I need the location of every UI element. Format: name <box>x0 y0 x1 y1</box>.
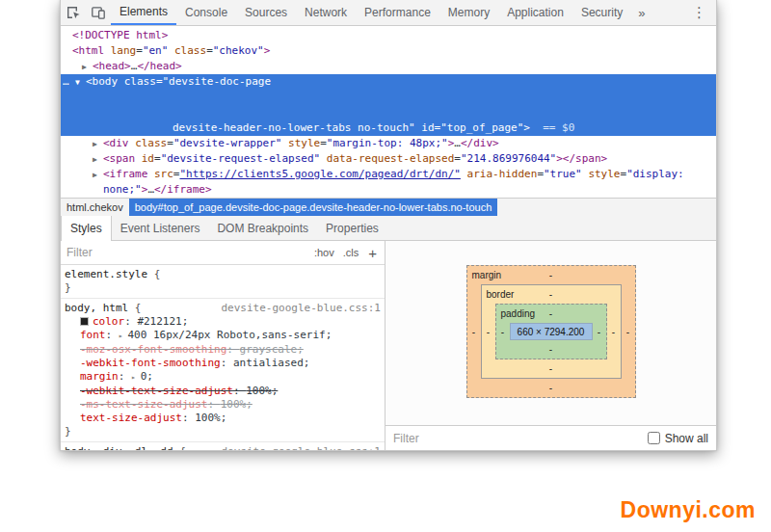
token-plain: … <box>147 183 154 196</box>
css-property[interactable]: -webkit-text-size-adjust: 100%; <box>65 385 381 398</box>
styles-filter-input[interactable] <box>66 246 306 259</box>
dom-tree-line[interactable]: <!DOCTYPE html> <box>61 28 716 43</box>
devtools-menu-icon[interactable]: ⋮ <box>682 0 716 25</box>
more-tabs-chevron[interactable]: » <box>631 0 651 25</box>
rule-selector-line[interactable]: body, html {devsite-google-blue.css:1 <box>65 302 381 315</box>
tab-sources[interactable]: Sources <box>236 0 296 25</box>
token-tag: <head> <box>93 60 131 72</box>
rule-selector-line[interactable]: element.style { <box>65 268 381 281</box>
padding-left-value[interactable]: - <box>496 323 510 340</box>
dom-tree-line[interactable]: ▶<iframe src="https://clients5.google.co… <box>61 167 716 182</box>
css-property[interactable]: color: #212121; <box>65 315 381 329</box>
tab-performance[interactable]: Performance <box>356 0 439 25</box>
tab-security[interactable]: Security <box>572 0 631 25</box>
css-property[interactable]: font: ▸ 400 16px/24px Roboto,sans-serif; <box>65 329 381 343</box>
token-plain <box>147 168 154 180</box>
attribute-link[interactable]: "https://clients5.google.com/pagead/drt/… <box>179 168 460 180</box>
styles-filter-bar: :hov .cls + <box>61 241 385 265</box>
panel-tabs: ElementsConsoleSourcesNetworkPerformance… <box>111 0 631 25</box>
semicolon: ; <box>326 329 332 341</box>
margin-right-value[interactable]: - <box>622 284 635 379</box>
breadcrumb-item[interactable]: body#top_of_page.devsite-doc-page.devsit… <box>129 199 498 216</box>
css-property[interactable]: -webkit-font-smoothing: antialiased; <box>65 357 381 370</box>
box-model-border[interactable]: border - - - - padding - - - - <box>481 284 622 379</box>
sidebar-tabs: StylesEvent ListenersDOM BreakpointsProp… <box>61 216 716 241</box>
stylesheet-link[interactable]: devsite-google-blue.css:1 <box>213 445 381 450</box>
expand-arrow-icon[interactable]: ▶ <box>93 137 103 152</box>
semicolon: ; <box>221 412 227 424</box>
property-name: -webkit-font-smoothing <box>80 357 221 369</box>
toggle-element-state-button[interactable]: :hov <box>314 247 334 258</box>
token-attr: src <box>154 168 173 180</box>
border-right-value[interactable]: - <box>607 304 621 359</box>
sidebar-tab-dom-breakpoints[interactable]: DOM Breakpoints <box>208 216 317 240</box>
padding-right-value[interactable]: - <box>593 323 606 340</box>
css-property[interactable]: -ms-text-size-adjust: 100%; <box>65 398 381 412</box>
selector-text: element.style <box>65 268 147 281</box>
token-tag: <html <box>72 44 104 57</box>
computed-filter-input[interactable] <box>393 432 538 445</box>
box-model-padding[interactable]: padding - - - - 660 × 7294.200 <box>495 304 607 359</box>
css-property[interactable]: -moz-osx-font-smoothing: grayscale; <box>65 343 381 357</box>
expand-shorthand-icon[interactable]: ▸ <box>119 332 128 340</box>
element-classes-button[interactable]: .cls <box>343 247 359 258</box>
padding-bottom-value[interactable]: - <box>510 340 593 359</box>
css-property[interactable]: margin: ▸ 0; <box>65 370 381 385</box>
css-property[interactable]: text-size-adjust: 100%; <box>65 412 381 425</box>
show-all-toggle[interactable]: Show all <box>648 432 708 445</box>
device-toolbar-icon[interactable] <box>86 0 111 25</box>
dom-tree-line[interactable] <box>61 105 716 120</box>
new-style-rule-button[interactable]: + <box>368 245 377 261</box>
color-swatch[interactable] <box>80 317 89 326</box>
dom-tree-line[interactable]: devsite-header-no-lower-tabs no-touch" i… <box>61 120 716 136</box>
sidebar-tab-styles[interactable]: Styles <box>61 216 112 241</box>
property-content: color: #212121; <box>80 315 188 328</box>
sidebar-tab-properties[interactable]: Properties <box>317 216 387 240</box>
token-punct: = <box>154 152 161 165</box>
sidebar-tab-event-listeners[interactable]: Event Listeners <box>112 216 209 240</box>
tab-network[interactable]: Network <box>296 0 356 25</box>
expand-arrow-icon[interactable]: ▼ <box>75 75 86 91</box>
property-value: grayscale <box>240 343 298 356</box>
dom-tree-line[interactable] <box>61 90 716 105</box>
dom-tree-line[interactable]: <html lang="en" class="chekov"> <box>61 43 716 59</box>
selector-text: body, html <box>65 302 128 315</box>
expand-shorthand-icon[interactable]: ▸ <box>131 373 141 382</box>
expand-arrow-icon[interactable]: ▶ <box>82 60 93 75</box>
expand-arrow-icon[interactable]: ▶ <box>93 168 103 183</box>
dom-tree-line[interactable]: none;">…</iframe> <box>61 182 716 198</box>
show-all-checkbox[interactable] <box>648 432 660 444</box>
dom-tree: <!DOCTYPE html><html lang="en" class="ch… <box>61 26 716 198</box>
tab-console[interactable]: Console <box>176 0 236 25</box>
border-left-value[interactable]: - <box>482 304 495 359</box>
dom-tree-line[interactable]: ▶<head>…</head> <box>61 59 716 74</box>
colon: : <box>106 329 119 341</box>
inspect-element-icon[interactable] <box>61 0 86 25</box>
rule-selector-line[interactable]: body, div, dl, dd {devsite-google-blue.c… <box>65 445 381 450</box>
token-val: "top_of_page" <box>440 121 523 134</box>
expand-arrow-icon[interactable]: ▶ <box>93 152 103 168</box>
box-model-margin[interactable]: margin - - - - border - - - - padding <box>466 265 636 398</box>
breadcrumb-item[interactable]: html.chekov <box>61 199 129 216</box>
stylesheet-link[interactable]: devsite-google-blue.css:1 <box>213 302 381 315</box>
tab-elements[interactable]: Elements <box>111 0 176 25</box>
token-punct: = <box>156 75 163 88</box>
dom-tree-line[interactable]: ▶<div class="devsite-wrapper" style="mar… <box>61 136 716 151</box>
close-brace: } <box>65 425 71 438</box>
margin-bottom-value[interactable]: - <box>481 379 622 397</box>
token-attr: class <box>174 44 206 57</box>
margin-left-value[interactable]: - <box>467 284 481 379</box>
tab-memory[interactable]: Memory <box>439 0 498 25</box>
box-model: margin - - - - border - - - - padding <box>386 241 716 425</box>
box-model-content[interactable]: 660 × 7294.200 <box>510 323 593 340</box>
dom-tree-line[interactable]: …▼<body class="devsite-doc-page <box>61 74 716 90</box>
token-val: "display: <box>626 168 684 180</box>
property-value: antialiased <box>233 357 304 369</box>
margin-top-value[interactable]: - <box>481 266 622 284</box>
tab-application[interactable]: Application <box>498 0 572 25</box>
token-val: none;" <box>103 183 142 196</box>
token-punct: = <box>454 152 461 165</box>
border-bottom-value[interactable]: - <box>495 359 607 378</box>
selector-text: body, div, dl, dd <box>65 445 173 450</box>
dom-tree-line[interactable]: ▶<span id="devsite-request-elapsed" data… <box>61 151 716 167</box>
